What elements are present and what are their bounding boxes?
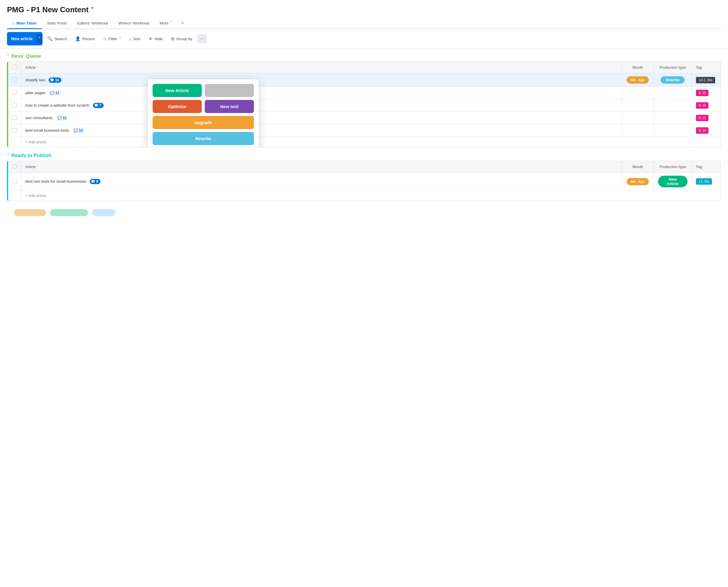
more-chevron-icon: ˅ bbox=[170, 21, 172, 25]
group-by-button[interactable]: ⊞ Group by bbox=[167, 34, 196, 43]
row-month-1[interactable]: 04 - Apr bbox=[622, 73, 654, 87]
tab-editors-workload[interactable]: Editors' Workload bbox=[72, 18, 113, 29]
add-tab-icon: + bbox=[181, 20, 184, 26]
popup-btn-rewrite[interactable]: Rewrite bbox=[152, 132, 254, 145]
tab-stats-posts[interactable]: Stats Posts bbox=[42, 18, 72, 29]
table-row: shopify seo 💬 14 04 - Apr Rewrite 10.1. … bbox=[8, 73, 721, 87]
group-by-label: Group by bbox=[176, 37, 193, 41]
filter-chevron-icon: ˅ bbox=[119, 37, 121, 41]
tab-add[interactable]: + bbox=[177, 18, 188, 28]
table-row: best small business tools 💬 12 9. Vi bbox=[8, 124, 721, 137]
person-label: Person bbox=[82, 37, 95, 41]
tab-more[interactable]: More ˅ bbox=[154, 18, 177, 29]
add-article-label-devs[interactable]: + Add article bbox=[21, 137, 721, 147]
production-type-dropdown: New Article Optimize New tool Upgrade Re… bbox=[148, 79, 259, 147]
sort-button[interactable]: ↕ Sort bbox=[126, 34, 144, 43]
popup-btn-optimize[interactable]: Optimize bbox=[152, 100, 202, 113]
col-header-check-ready bbox=[8, 161, 21, 173]
new-article-label: New article bbox=[11, 37, 32, 41]
tag-5: 9. Vi bbox=[696, 127, 709, 134]
header-checkbox-ready[interactable] bbox=[12, 164, 17, 169]
tag-2: 9. Vi bbox=[696, 90, 709, 96]
bottom-pill-green bbox=[50, 209, 88, 216]
tag-3: 9. Vi bbox=[696, 102, 709, 109]
toolbar: New article ˅ 🔍 Search 👤 Person ⊹ Filter… bbox=[0, 29, 728, 49]
table-row: how to create a website from scratch 💬 7… bbox=[8, 99, 721, 112]
add-article-row-ready[interactable]: + Add article bbox=[8, 190, 721, 201]
devs-queue-header: ˅ Devs' Queue bbox=[7, 53, 721, 59]
row-article-1[interactable]: shopify seo 💬 14 bbox=[21, 73, 622, 87]
row-check-1[interactable] bbox=[8, 73, 21, 87]
tag-4: 9. Vi bbox=[696, 115, 709, 121]
new-article-dropdown-arrow[interactable]: ˅ bbox=[36, 34, 43, 43]
search-icon: 🔍 bbox=[47, 36, 53, 41]
header-checkbox[interactable] bbox=[12, 65, 17, 69]
col-header-type-ready: Production type bbox=[654, 161, 691, 173]
type-pill-ready-1: New Article bbox=[658, 176, 687, 187]
search-label: Search bbox=[54, 37, 67, 41]
chat-badge-5[interactable]: 💬 12 bbox=[73, 128, 85, 133]
main-content: ˅ Devs' Queue Article Month Production t… bbox=[0, 49, 728, 224]
chat-badge-4[interactable]: 💬 12 bbox=[56, 115, 69, 121]
person-icon: 👤 bbox=[75, 36, 81, 41]
table-row: pillar pages 💬 11 9. Vi bbox=[8, 87, 721, 99]
hide-icon: 👁 bbox=[148, 37, 153, 41]
tab-writers-workload[interactable]: Writers' Workload bbox=[113, 18, 155, 29]
popup-options-grid: New Article Optimize New tool Upgrade Re… bbox=[152, 84, 254, 147]
title-text: PMG - P1 New Content bbox=[7, 5, 89, 14]
row-type-1[interactable]: Rewrite bbox=[654, 73, 691, 87]
devs-queue-table: Article Month Production type Tag shopif… bbox=[7, 62, 721, 147]
filter-label: Filter bbox=[108, 37, 117, 41]
tabs-bar: ⌂ Main Table Stats Posts Editors' Worklo… bbox=[7, 18, 721, 29]
add-article-row-devs[interactable]: + Add article bbox=[8, 137, 721, 147]
chat-badge-1[interactable]: 💬 14 bbox=[49, 77, 62, 83]
tag-ready-1: 11. Re bbox=[696, 178, 712, 185]
devs-queue-toggle[interactable]: ˅ bbox=[7, 54, 9, 58]
bottom-pills bbox=[7, 206, 721, 219]
chat-badge-3[interactable]: 💬 7 bbox=[93, 103, 104, 108]
popup-btn-new-tool[interactable]: New tool bbox=[205, 100, 254, 113]
popup-btn-new-article[interactable]: New Article bbox=[152, 84, 202, 97]
more-options-button[interactable]: ··· bbox=[197, 34, 207, 43]
ready-to-publish-toggle[interactable]: ˅ bbox=[7, 153, 9, 158]
hide-button[interactable]: 👁 Hide bbox=[145, 34, 166, 43]
month-pill-ready-1: 04 - Apr bbox=[627, 178, 649, 185]
page-header: PMG - P1 New Content ˅ ⌂ Main Table Stat… bbox=[0, 0, 728, 29]
tab-writers-workload-label: Writers' Workload bbox=[119, 21, 149, 25]
person-button[interactable]: 👤 Person bbox=[72, 34, 98, 43]
hide-label: Hide bbox=[155, 37, 163, 41]
add-article-label-ready[interactable]: + Add article bbox=[21, 190, 721, 201]
chat-badge-ready-1[interactable]: 💬 8 bbox=[90, 179, 100, 184]
month-pill-1: 04 - Apr bbox=[627, 76, 649, 84]
tab-more-label: More bbox=[160, 21, 169, 25]
col-header-article-ready: Article bbox=[21, 161, 622, 173]
table-row: best seo tools for small businesses 💬 8 … bbox=[8, 173, 721, 190]
devs-queue-title: Devs' Queue bbox=[11, 53, 41, 59]
tab-editors-workload-label: Editors' Workload bbox=[77, 21, 108, 25]
popup-btn-none[interactable] bbox=[205, 84, 254, 97]
sort-label: Sort bbox=[133, 37, 140, 41]
new-article-button[interactable]: New article ˅ bbox=[7, 32, 43, 45]
tag-1: 10.1. Mo bbox=[696, 77, 715, 83]
filter-button[interactable]: ⊹ Filter ˅ bbox=[100, 34, 125, 43]
tab-main-table-label: Main Table bbox=[16, 21, 37, 25]
title-chevron[interactable]: ˅ bbox=[91, 6, 94, 14]
sort-icon: ↕ bbox=[129, 37, 131, 41]
col-header-check bbox=[8, 62, 21, 73]
col-header-tag: Tag bbox=[691, 62, 721, 73]
table-row: seo consultants 💬 12 9. Vi bbox=[8, 112, 721, 124]
more-options-icon: ··· bbox=[200, 36, 204, 41]
search-button[interactable]: 🔍 Search bbox=[44, 34, 71, 43]
tab-stats-posts-label: Stats Posts bbox=[47, 21, 67, 25]
filter-icon: ⊹ bbox=[103, 36, 107, 41]
col-header-month-ready: Month bbox=[622, 161, 654, 173]
bottom-pill-blue bbox=[92, 209, 115, 216]
type-pill-1: Rewrite bbox=[661, 76, 685, 84]
col-header-month: Month bbox=[622, 62, 654, 73]
popup-btn-upgrade[interactable]: Upgrade bbox=[152, 116, 254, 129]
tab-main-table[interactable]: ⌂ Main Table bbox=[7, 18, 42, 29]
chat-badge-2[interactable]: 💬 11 bbox=[49, 90, 62, 96]
home-icon: ⌂ bbox=[12, 21, 15, 25]
ready-to-publish-title: Ready to Publish bbox=[11, 152, 52, 159]
page-title: PMG - P1 New Content ˅ bbox=[7, 5, 721, 14]
